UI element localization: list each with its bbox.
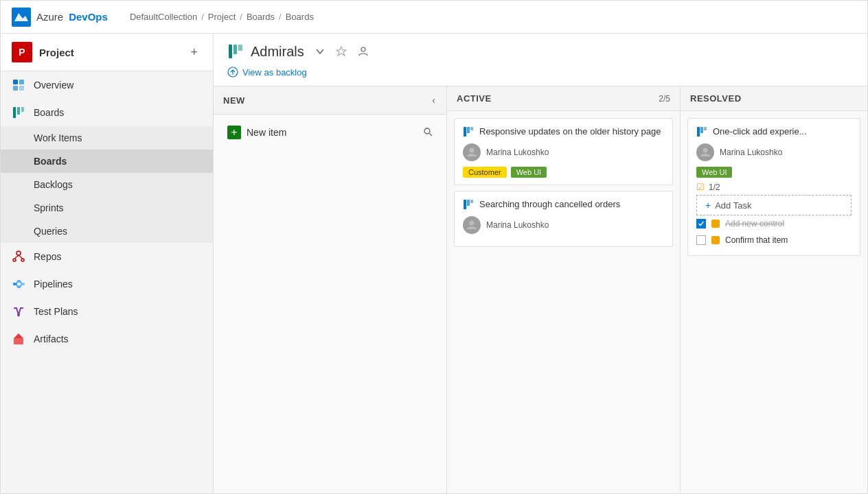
sidebar-item-repos[interactable]: Repos [1,243,213,270]
checklist-item-1: Add new control [696,215,852,232]
work-item-card-2[interactable]: Searching through cancelled orders Marin… [454,191,673,247]
svg-rect-15 [17,280,21,283]
boards-icon [12,106,25,119]
new-item-row[interactable]: + New item [220,121,439,143]
column-active-count: 2/5 [659,94,670,104]
checklist-task-icon-2 [711,236,720,244]
sidebar: P Project + Overview Boards [1,34,214,493]
work-item-card-1[interactable]: Responsive updates on the older history … [454,118,673,185]
sidebar-item-artifacts[interactable]: Artifacts [1,325,213,353]
svg-rect-41 [470,200,473,203]
card1-tags: Customer Web UI [463,167,664,178]
breadcrumb-item-2[interactable]: Project [208,12,236,22]
card1-avatar [463,143,481,161]
board-area: New ‹ + New item [214,86,867,493]
view-as-backlog-link[interactable]: View as backlog [227,67,307,78]
card2-type-icon [463,199,474,210]
svg-line-12 [14,255,19,259]
svg-rect-16 [17,285,21,288]
sidebar-item-queries[interactable]: Queries [1,220,213,243]
view-backlog-icon [227,67,238,78]
sidebar-item-sprints[interactable]: Sprints [1,196,213,220]
svg-rect-40 [467,200,470,206]
work-item-card-3[interactable]: One-click add experie... Marina Lukoshko… [687,118,860,256]
svg-marker-29 [336,47,346,56]
breadcrumb-sep-1: / [201,12,204,22]
column-new-body: + New item [214,115,446,493]
add-task-button[interactable]: + Add Task [696,195,852,215]
sidebar-item-artifacts-label: Artifacts [34,333,69,344]
svg-rect-37 [470,127,473,130]
svg-rect-17 [21,283,25,285]
svg-point-11 [21,259,24,261]
sidebar-item-overview-label: Overview [34,80,73,91]
card1-title: Responsive updates on the older history … [479,126,661,138]
svg-rect-43 [697,127,700,137]
sidebar-item-boards-active[interactable]: Boards [1,150,213,173]
column-new: New ‹ + New item [214,86,447,493]
testplans-icon [12,305,25,318]
svg-rect-6 [13,107,16,118]
svg-point-33 [424,128,430,134]
board-favorite-button[interactable] [333,45,350,58]
column-resolved-title: Resolved [690,93,742,104]
task-progress-icon: ☑ [696,182,705,192]
svg-marker-25 [14,333,23,338]
column-resolved-body: One-click add experie... Marina Lukoshko… [681,111,867,493]
column-new-nav-button[interactable]: ‹ [431,93,437,107]
svg-rect-24 [14,338,23,344]
top-bar: Azure DevOps DefaultCollection / Project… [1,1,867,34]
column-new-header: New ‹ [214,86,446,115]
azure-devops-logo-icon [12,8,31,27]
project-initial: P [19,47,25,58]
add-project-button[interactable]: + [186,45,202,60]
app-logo[interactable]: Azure DevOps [12,8,108,27]
column-active-title: Active [457,93,492,104]
sidebar-item-backlogs-label: Backlogs [34,179,73,190]
breadcrumb-item-1[interactable]: DefaultCollection [130,12,197,22]
sidebar-item-overview[interactable]: Overview [1,71,213,99]
svg-rect-39 [464,200,466,209]
svg-point-46 [703,148,708,153]
svg-point-10 [13,259,16,261]
checklist-checkbox-2[interactable] [696,235,706,245]
new-column-search-button[interactable] [423,127,433,139]
board-title-row: Admirals [227,43,854,67]
add-task-plus-icon: + [705,200,711,211]
breadcrumb-item-3[interactable]: Boards [247,12,275,22]
azure-label: Azure [36,11,63,23]
svg-rect-14 [13,283,16,285]
breadcrumb-sep-2: / [240,12,242,22]
svg-point-9 [16,251,21,255]
devops-label: DevOps [69,11,108,23]
board-team-button[interactable] [355,45,372,58]
column-active: Active 2/5 Respons [447,86,681,493]
board-title-icon [227,43,244,60]
new-item-label: New item [247,127,286,138]
breadcrumb-sep-3: / [279,12,282,22]
sidebar-item-pipelines[interactable]: Pipelines [1,270,213,298]
repos-icon [12,250,25,263]
checklist-item-2: Confirm that item [696,232,852,248]
add-task-label: Add Task [715,200,751,211]
sidebar-item-boards[interactable]: Boards [1,99,213,126]
sidebar-item-backlogs[interactable]: Backlogs [1,173,213,196]
sidebar-item-queries-label: Queries [34,226,67,237]
view-backlog-row: View as backlog [227,67,854,86]
view-as-backlog-label: View as backlog [242,67,307,78]
svg-rect-28 [238,45,242,51]
sidebar-item-testplans[interactable]: Test Plans [1,298,213,325]
sidebar-item-workitems[interactable]: Work Items [1,126,213,150]
breadcrumb-item-4[interactable]: Boards [286,12,314,22]
column-resolved-header: Resolved [681,86,867,111]
checklist-checkbox-1[interactable] [696,219,706,228]
board-dropdown-button[interactable] [312,45,328,58]
card1-meta: Marina Lukoshko [463,143,664,161]
svg-rect-3 [19,80,24,84]
board-title: Admirals [251,44,304,60]
card1-assignee: Marina Lukoshko [486,148,549,157]
boards-sub-items: Work Items Boards Backlogs Sprints Queri… [1,126,213,243]
card3-tags: Web UI [696,167,852,178]
new-item-add-icon: + [227,126,241,139]
svg-rect-8 [21,107,24,112]
